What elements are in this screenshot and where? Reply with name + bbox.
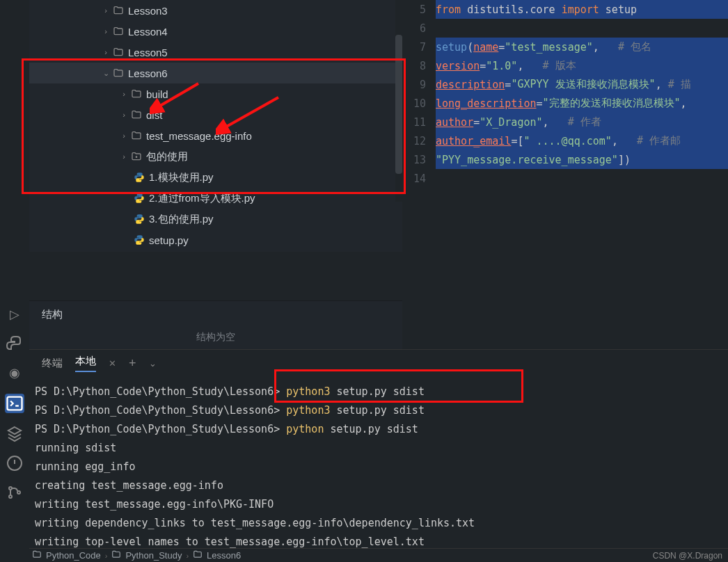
folder-icon: [129, 109, 143, 120]
structure-title: 结构: [42, 308, 63, 321]
terminal-prompt: PS D:\Python_Code\Python_Study\Lesson6>: [35, 423, 286, 435]
line-number: 12: [402, 135, 436, 147]
terminal-line: running sdist: [35, 439, 722, 458]
svg-point-3: [9, 495, 12, 498]
folder-icon: [193, 549, 203, 561]
tree-folder-lesson3[interactable]: › Lesson3: [29, 0, 402, 21]
run-icon[interactable]: ▷: [6, 306, 23, 323]
python-file-icon: [132, 234, 146, 246]
terminal-icon[interactable]: [5, 394, 24, 413]
chevron-right-icon: ›: [118, 152, 129, 161]
terminal-line: creating test_message.egg-info: [35, 476, 722, 495]
tree-folder-build[interactable]: › build: [29, 83, 402, 104]
folder-icon: [111, 26, 125, 37]
line-number: 14: [402, 172, 436, 185]
tree-file-2[interactable]: 2.通过from导入模块.py: [29, 188, 402, 209]
tree-label: Lesson5: [128, 47, 168, 58]
chevron-right-icon: ›: [186, 552, 189, 560]
close-icon[interactable]: ✕: [109, 358, 116, 369]
code-editor[interactable]: 5from distutils.core import setup 6 7set…: [402, 0, 728, 300]
structure-empty-text: 结构为空: [29, 328, 402, 349]
line-number: 9: [402, 79, 436, 91]
warning-icon[interactable]: [6, 455, 23, 472]
activity-bar: ▷ ◉: [0, 0, 29, 562]
folder-icon: [111, 47, 125, 58]
tree-folder-lesson5[interactable]: › Lesson5: [29, 42, 402, 63]
terminal-line: writing dependency_links to test_message…: [35, 514, 722, 533]
tree-folder-dist[interactable]: › dist: [29, 104, 402, 125]
debug-run-icon[interactable]: ◉: [6, 364, 23, 381]
chevron-right-icon: ›: [118, 90, 129, 98]
line-number: 13: [402, 154, 436, 166]
tree-label: build: [146, 88, 168, 100]
chevron-right-icon: ›: [105, 552, 108, 560]
terminal-prompt: PS D:\Python_Code\Python_Study\Lesson6>: [35, 404, 286, 417]
tree-label: Lesson6: [128, 67, 168, 79]
tree-label: 1.模块使用.py: [149, 171, 214, 184]
layers-icon[interactable]: [6, 426, 23, 442]
breadcrumb-item[interactable]: Lesson6: [207, 550, 241, 561]
watermark: CSDN @X.Dragon: [653, 551, 722, 561]
svg-rect-0: [8, 397, 22, 410]
terminal-cmd: python: [286, 423, 324, 435]
terminal-line: writing test_message.egg-info\PKG-INFO: [35, 495, 722, 514]
tree-folder-pkguse[interactable]: › 包的使用: [29, 146, 402, 167]
chevron-down-icon[interactable]: ⌄: [149, 358, 157, 369]
python-icon[interactable]: [6, 335, 23, 352]
chevron-right-icon: ›: [100, 27, 111, 35]
chevron-down-icon: ⌄: [100, 69, 111, 78]
tree-file-1[interactable]: 1.模块使用.py: [29, 167, 402, 188]
python-file-icon: [132, 172, 146, 183]
tree-label: 3.包的使用.py: [149, 213, 214, 226]
terminal-cmd: python3: [286, 404, 330, 417]
folder-open-icon: [111, 67, 125, 79]
tree-folder-egginfo[interactable]: › test_message.egg-info: [29, 125, 402, 146]
tree-file-setup[interactable]: setup.py: [29, 230, 402, 250]
add-icon[interactable]: +: [129, 356, 136, 371]
folder-icon: [111, 549, 121, 561]
tree-label: 包的使用: [146, 150, 188, 163]
folder-icon: [129, 88, 143, 99]
folder-icon: [129, 130, 143, 141]
tab-local[interactable]: 本地: [75, 355, 96, 372]
folder-dot-icon: [129, 151, 143, 162]
tree-label: setup.py: [149, 234, 189, 246]
tree-file-3[interactable]: 3.包的使用.py: [29, 209, 402, 230]
tree-label: test_message.egg-info: [146, 130, 252, 142]
terminal-line: running egg_info: [35, 458, 722, 476]
tree-folder-lesson6[interactable]: ⌄ Lesson6: [29, 63, 402, 83]
chevron-right-icon: ›: [118, 111, 129, 119]
terminal-tabs: 终端 本地 ✕ + ⌄: [29, 349, 728, 377]
python-file-icon: [132, 214, 146, 225]
file-explorer: › Lesson3 › Lesson4 › Lesson5 ⌄ Lesson6 …: [29, 0, 402, 252]
terminal-output[interactable]: PS D:\Python_Code\Python_Study\Lesson6> …: [29, 377, 728, 562]
svg-point-4: [17, 491, 20, 494]
line-number: 5: [402, 3, 436, 16]
terminal-cmd: python3: [286, 385, 330, 398]
tree-folder-lesson4[interactable]: › Lesson4: [29, 21, 402, 42]
chevron-right-icon: ›: [100, 6, 111, 15]
line-number: 6: [402, 22, 436, 35]
tab-terminal[interactable]: 终端: [42, 357, 63, 370]
terminal-prompt: PS D:\Python_Code\Python_Study\Lesson6>: [35, 385, 286, 398]
tree-label: 2.通过from导入模块.py: [149, 192, 255, 205]
breadcrumb-item[interactable]: Python_Study: [125, 550, 182, 561]
chevron-right-icon: ›: [100, 48, 111, 56]
tree-label: dist: [146, 109, 162, 121]
svg-point-2: [9, 487, 12, 490]
line-number: 8: [402, 60, 436, 72]
svg-point-5: [136, 156, 136, 157]
chevron-right-icon: ›: [118, 131, 129, 140]
breadcrumb-item[interactable]: Python_Code: [46, 550, 101, 561]
line-number: 7: [402, 41, 436, 54]
explorer-scrollbar[interactable]: [395, 0, 402, 202]
folder-icon: [111, 5, 125, 16]
line-number: 10: [402, 97, 436, 110]
tree-label: Lesson3: [128, 5, 168, 17]
line-number: 11: [402, 116, 436, 129]
tree-label: Lesson4: [128, 26, 168, 38]
git-icon[interactable]: [6, 484, 23, 501]
breadcrumb: Python_Code › Python_Study › Lesson6: [29, 548, 728, 562]
structure-panel-header[interactable]: 结构: [29, 300, 402, 328]
folder-icon: [32, 549, 42, 561]
